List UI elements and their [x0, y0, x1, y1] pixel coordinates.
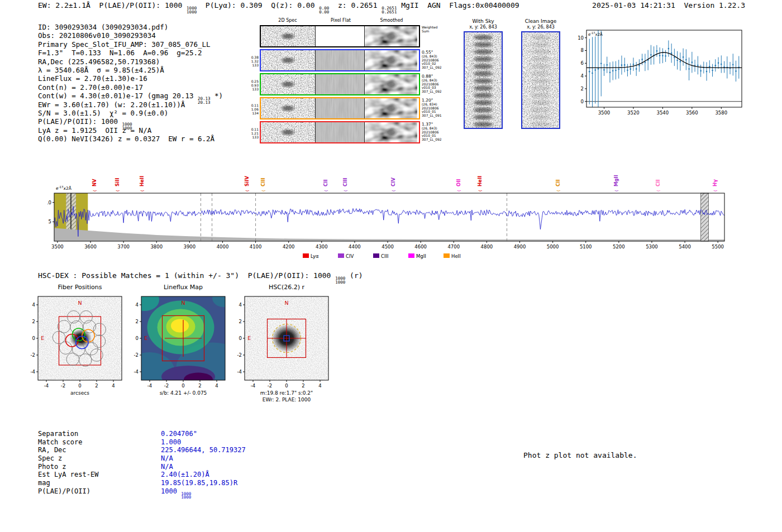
- match-table-row: Separation0.204706": [38, 430, 246, 438]
- text-segment: EWr = 3.60(±1.70) (w: 2.20(±1.10))Å: [38, 100, 185, 109]
- text-segment: z: 0.2651: [329, 1, 382, 9]
- cutout-row-right-labels: 1.20"(26, 834)20210806v010_01307_LL_091: [422, 98, 442, 117]
- text-el: (: [478, 190, 483, 191]
- text-el: 3580: [715, 110, 727, 116]
- div-el: 134: [247, 111, 259, 114]
- text-segment: P(Lyα): 0.309 Q(z): 0.00: [197, 1, 319, 9]
- ellipse-el: [531, 71, 550, 76]
- text-el: 2: [581, 86, 584, 92]
- div-el: 0.11: [247, 103, 259, 107]
- match-table-row: Spec zN/A: [38, 454, 246, 463]
- hsc-match-table: Separation0.204706"Match score1.000RA, D…: [38, 430, 246, 496]
- match-table-row: Photo zN/A: [38, 463, 246, 471]
- text-el: -2: [237, 352, 242, 358]
- div-el: 0.93: [247, 83, 259, 87]
- text-el: 3600: [84, 244, 97, 250]
- legend-item-HeII: HeII: [444, 253, 461, 259]
- text-el: 4: [581, 73, 584, 79]
- tspan-el: x2Å: [595, 32, 603, 37]
- line-label-SiII: SiII: [115, 178, 120, 186]
- smoothed-strip: [365, 74, 418, 94]
- pixelflat-strip: [316, 50, 365, 70]
- svg-el: [365, 98, 417, 118]
- cutout-strip-frame: [260, 73, 420, 95]
- text-segment: LineFlux = 2.70(±1.30)e-16: [38, 74, 147, 83]
- div-el: 1.06: [247, 107, 259, 111]
- hsc-cutout-panel: HSC(26.2) r -4-4-2-2002244m:19.8 re:1.7"…: [229, 284, 344, 409]
- circle-el: [638, 65, 640, 66]
- match-field-label: Est LyA rest-EW: [38, 471, 161, 479]
- cutout-row-right-labels: 0.88"(26, 843)20210806v010_03307_LL_092: [422, 74, 442, 93]
- cutout-row-fiber: 0.250.931330.88"(26, 843)20210806v010_03…: [247, 73, 471, 96]
- ellipse-el: [531, 50, 550, 55]
- match-field-label: Separation: [38, 430, 161, 438]
- info-line: LyA z = 1.9125 OII z = N/A: [38, 126, 223, 135]
- circle-el: [636, 68, 637, 70]
- text-el: 5300: [646, 244, 658, 250]
- text-el: 3800: [150, 244, 163, 250]
- hsc-cutout-title: HSC(26.2) r: [245, 284, 328, 291]
- div-el: 307_LL_091: [422, 114, 442, 118]
- svg-el: [365, 50, 417, 70]
- cutout-row-fiber: 0.111.211331.37"(26, 843)20210806v010_01…: [247, 121, 471, 144]
- with-sky-title: With Sky: [461, 18, 506, 25]
- ellipse-el: [531, 122, 550, 127]
- rect-el: [338, 253, 344, 258]
- flux-unit-label: e-17x2Å: [56, 185, 72, 191]
- circle-el: [665, 55, 666, 57]
- ellipse-el: [531, 35, 550, 40]
- info-line: S/N = 3.0(±1.5) χ² = 0.9(±0.0): [38, 109, 223, 117]
- circle-el: [594, 69, 596, 71]
- rect-el: [373, 253, 379, 258]
- text-segment: *): [211, 92, 223, 100]
- circle-el: [592, 73, 593, 74]
- ellipse-el: [474, 50, 493, 55]
- text-el: (: [93, 190, 97, 191]
- ellipse-el: [531, 86, 550, 91]
- text-el: 2: [239, 319, 242, 324]
- match-table-row: P(LAE)/P(OII)1000 10001000: [38, 487, 246, 496]
- text-el: 0: [239, 336, 242, 341]
- ellipse-el: [280, 128, 297, 136]
- text-el: -2: [268, 383, 272, 389]
- col-header-smoothed: Smoothed: [380, 18, 403, 23]
- text-el: 0: [285, 383, 288, 389]
- match-field-value: 0.204706": [161, 430, 197, 438]
- ellipse-el: [531, 42, 550, 47]
- text-el: 3500: [51, 244, 64, 250]
- circle-el: [633, 64, 635, 65]
- text-el: (: [140, 190, 145, 191]
- legend-item-CIV: CIV: [338, 253, 354, 259]
- text-segment: RA,Dec (225.496582,50.719368): [38, 57, 160, 66]
- text-el: 4: [136, 302, 139, 308]
- span-el: 0.00: [319, 11, 329, 15]
- hsc-match-header: HSC-DEX : Possible Matches = 1 (within +…: [38, 271, 363, 284]
- svg-el: [522, 32, 559, 128]
- clean-image-title: Clean Image: [518, 18, 563, 25]
- text-el: Lyα: [311, 253, 319, 259]
- with-sky-coords: x, y: 26, 843: [461, 25, 506, 30]
- match-field-label: Photo z: [38, 463, 161, 471]
- ellipse-el: [171, 319, 189, 333]
- pixelflat-strip: [316, 74, 365, 94]
- text-el: -4: [251, 383, 255, 389]
- with-sky-panel: With Sky x, y: 26, 843: [461, 18, 506, 129]
- match-field-label: Match score: [38, 438, 161, 447]
- spectrum-trace: [54, 206, 724, 236]
- compass-east-label: E: [41, 335, 44, 341]
- svg-el: [261, 26, 315, 46]
- circle-el: [615, 70, 617, 71]
- ellipse-el: [474, 42, 493, 47]
- panel-image-area: [245, 296, 328, 380]
- panel-image-area: [126, 294, 240, 393]
- svg-el: [261, 50, 315, 70]
- ellipse-el: [474, 64, 493, 69]
- text-el: 4500: [382, 244, 394, 250]
- div-el: 0.11: [247, 127, 259, 131]
- tspan-el: -17: [590, 31, 595, 35]
- rect-el: [316, 122, 364, 142]
- rect-el: [316, 98, 364, 118]
- text-segment: Q(0.00) NeVI(3426) z = 0.0327 EW r = 6.2…: [38, 135, 214, 143]
- ellipse-el: [531, 57, 550, 62]
- text-el: (: [656, 190, 661, 191]
